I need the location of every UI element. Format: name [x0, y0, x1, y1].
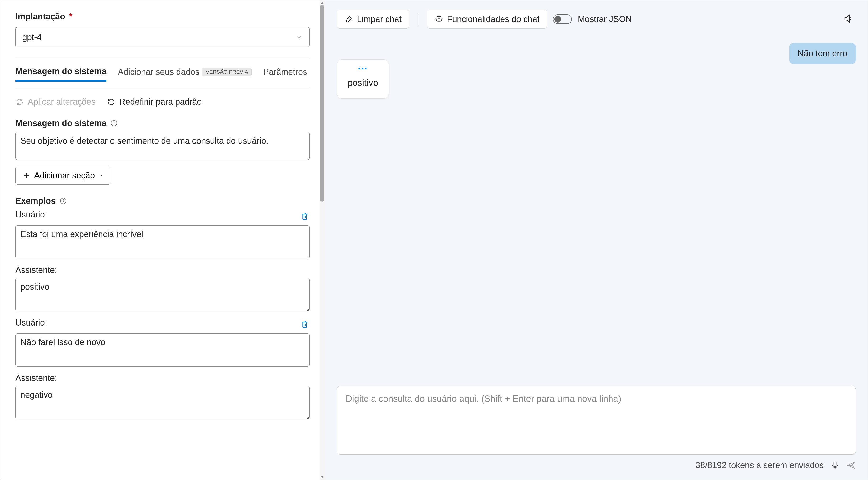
deployment-selected-value: gpt-4: [22, 32, 42, 42]
chat-input-area: 38/8192 tokens a serem enviados: [337, 386, 856, 470]
apply-changes-button: Aplicar alterações: [16, 97, 95, 107]
scroll-down-arrow[interactable]: ▼: [320, 476, 324, 479]
toggle-knob: [554, 16, 561, 23]
send-icon[interactable]: [846, 460, 856, 470]
toolbar-divider: [418, 13, 418, 25]
chat-input[interactable]: [337, 386, 856, 455]
example-assistant-textarea[interactable]: [16, 278, 310, 311]
assistant-message-bubble: ··· positivo: [337, 60, 389, 99]
example-assistant-label: Assistente:: [16, 265, 310, 275]
config-tabs: Mensagem do sistema Adicionar seus dados…: [16, 66, 310, 84]
app-container: Implantação * gpt-4 Mensagem do sistema …: [0, 0, 868, 480]
deployment-label: Implantação *: [16, 11, 310, 22]
reset-default-button[interactable]: Redefinir para padrão: [107, 97, 202, 107]
info-icon[interactable]: [110, 119, 118, 127]
user-message-text: Não tem erro: [798, 49, 847, 58]
svg-point-8: [438, 18, 440, 20]
example-assistant-textarea[interactable]: [16, 386, 310, 419]
scrollbar-thumb[interactable]: [320, 5, 324, 202]
system-message-label: Mensagem do sistema: [16, 118, 310, 128]
example-block: Usuário: Assistente:: [16, 318, 310, 426]
assistant-message-text: positivo: [347, 78, 378, 88]
token-status: 38/8192 tokens a serem enviados: [696, 460, 824, 470]
broom-icon: [345, 15, 353, 24]
example-user-label: Usuário:: [16, 318, 47, 328]
chevron-down-icon: [98, 173, 103, 178]
svg-point-2: [114, 122, 115, 122]
right-panel: Limpar chat Funcionalidades do chat Most…: [325, 0, 868, 480]
deployment-select[interactable]: gpt-4: [16, 27, 310, 47]
chevron-down-icon: [296, 34, 303, 40]
example-block: Usuário: Assistente:: [16, 210, 310, 318]
plus-icon: [22, 171, 31, 180]
example-user-textarea[interactable]: [16, 333, 310, 366]
info-icon[interactable]: [60, 197, 67, 205]
show-json-toggle[interactable]: [553, 14, 572, 24]
microphone-icon[interactable]: [830, 460, 840, 470]
chat-footer: 38/8192 tokens a serem enviados: [337, 460, 856, 470]
action-row: Aplicar alterações Redefinir para padrão: [16, 97, 310, 107]
reset-icon: [107, 98, 116, 106]
speaker-icon[interactable]: [843, 13, 854, 24]
scroll-up-arrow[interactable]: ▲: [320, 1, 324, 4]
tab-parameters[interactable]: Parâmetros: [263, 67, 307, 81]
tab-add-your-data[interactable]: Adicionar seus dados VERSÃO PRÉVIA: [118, 67, 252, 81]
sync-icon: [16, 98, 24, 106]
user-message-bubble: Não tem erro: [789, 43, 856, 64]
chat-body: Não tem erro ··· positivo: [337, 38, 856, 386]
example-assistant-label: Assistente:: [16, 373, 310, 383]
required-indicator: *: [69, 11, 72, 21]
gear-icon: [435, 15, 443, 24]
chat-toolbar: Limpar chat Funcionalidades do chat Most…: [337, 10, 856, 29]
delete-icon[interactable]: [300, 319, 310, 329]
system-message-textarea[interactable]: [16, 132, 310, 160]
divider: [16, 87, 310, 88]
chat-features-button[interactable]: Funcionalidades do chat: [427, 10, 547, 29]
tab-system-message[interactable]: Mensagem do sistema: [16, 66, 106, 82]
add-section-button[interactable]: Adicionar seção: [16, 166, 110, 185]
clear-chat-button[interactable]: Limpar chat: [337, 10, 409, 29]
show-json-label: Mostrar JSON: [578, 14, 632, 24]
left-panel: Implantação * gpt-4 Mensagem do sistema …: [0, 0, 325, 480]
preview-badge: VERSÃO PRÉVIA: [202, 68, 252, 76]
example-user-label: Usuário:: [16, 210, 47, 220]
svg-rect-9: [834, 462, 836, 467]
more-options-icon[interactable]: ···: [347, 66, 378, 71]
vertical-scrollbar[interactable]: ▲ ▼: [319, 0, 325, 480]
example-user-textarea[interactable]: [16, 225, 310, 258]
examples-label: Exemplos: [16, 196, 310, 206]
svg-point-7: [63, 199, 64, 200]
delete-icon[interactable]: [300, 211, 310, 221]
